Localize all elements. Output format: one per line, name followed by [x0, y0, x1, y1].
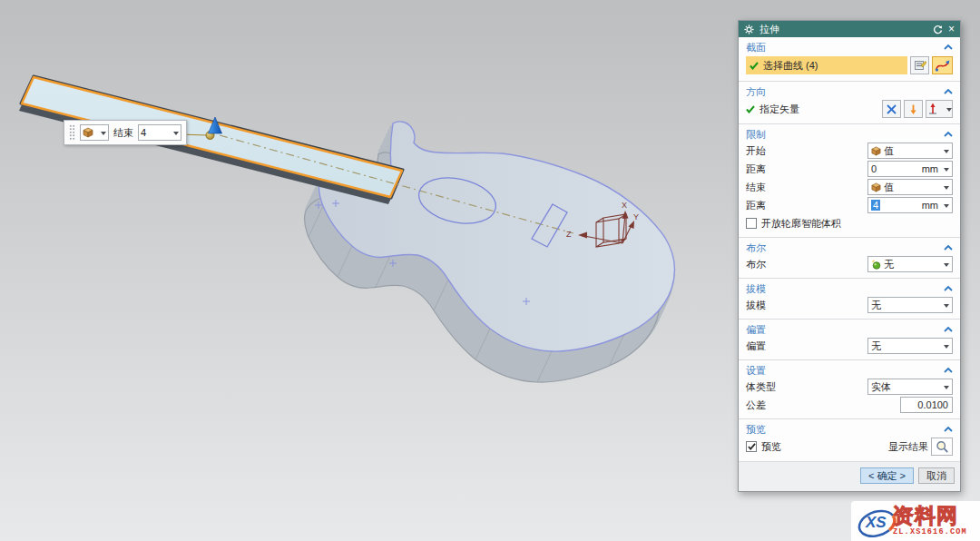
- extrude-dialog: 拉伸 × 截面 选择曲线 (4): [738, 20, 961, 492]
- body-type-label: 体类型: [746, 380, 867, 394]
- boolean-value: 无: [884, 258, 941, 271]
- check-icon: [748, 443, 756, 450]
- end-distance-value: 4: [141, 127, 146, 138]
- extrude-mini-toolbar[interactable]: 结束 4: [64, 120, 187, 145]
- end-mode-dropdown[interactable]: 值: [867, 179, 953, 195]
- section-header[interactable]: 截面: [746, 40, 953, 54]
- settings-header[interactable]: 设置: [746, 363, 953, 378]
- chevron-up-icon[interactable]: [944, 327, 953, 332]
- chevron-up-icon[interactable]: [944, 368, 953, 373]
- boolean-none-icon: [871, 260, 881, 270]
- boolean-header[interactable]: 布尔: [746, 241, 953, 255]
- curve-arrow-icon: [935, 59, 950, 73]
- draft-header-label: 拔模: [746, 282, 766, 296]
- open-profile-checkbox[interactable]: [746, 218, 757, 229]
- draft-label: 拔模: [746, 299, 867, 312]
- chevron-down-icon: [946, 108, 952, 114]
- specify-origin-curve-button[interactable]: [910, 56, 929, 74]
- preview-header[interactable]: 预览: [746, 422, 953, 437]
- vector-method-dropdown[interactable]: [926, 100, 953, 118]
- dialog-title: 拉伸: [760, 23, 779, 36]
- cancel-button[interactable]: 取消: [918, 467, 955, 484]
- select-curve-field[interactable]: 选择曲线 (4): [746, 56, 907, 74]
- toolbar-end-label: 结束: [113, 126, 133, 140]
- xs-logo-text: XS: [865, 514, 887, 531]
- body-type-dropdown[interactable]: 实体: [867, 379, 953, 395]
- chevron-down-icon: [173, 132, 179, 138]
- direction-header-label: 方向: [746, 85, 766, 99]
- end-label: 结束: [746, 181, 867, 194]
- ok-button[interactable]: < 确定 >: [860, 467, 914, 484]
- reverse-direction-button[interactable]: [904, 100, 923, 118]
- tolerance-label: 公差: [746, 398, 900, 412]
- cube-icon: [83, 127, 93, 138]
- offset-header[interactable]: 偏置: [746, 322, 953, 337]
- limit-mode-dropdown[interactable]: [80, 124, 109, 141]
- tolerance-input[interactable]: 0.0100: [900, 397, 953, 413]
- boolean-header-label: 布尔: [746, 241, 766, 255]
- preview-checkbox-label: 预览: [761, 440, 888, 454]
- boolean-label: 布尔: [746, 258, 867, 271]
- start-distance-label: 距离: [746, 162, 867, 176]
- dialog-footer: < 确定 > 取消: [739, 462, 960, 491]
- end-distance-unit: mm: [922, 200, 939, 211]
- group-boolean: 布尔 布尔 无: [739, 238, 960, 279]
- boolean-dropdown[interactable]: 无: [867, 256, 953, 272]
- watermark-site-name: 资料网: [893, 506, 958, 526]
- start-distance-input[interactable]: 0 mm: [867, 161, 953, 177]
- start-mode-dropdown[interactable]: 值: [867, 143, 953, 159]
- vector-dialog-button[interactable]: [882, 100, 901, 118]
- start-distance-value: 0: [871, 163, 919, 174]
- reset-icon[interactable]: [933, 25, 943, 34]
- chevron-up-icon[interactable]: [944, 245, 953, 251]
- chevron-up-icon[interactable]: [944, 286, 953, 291]
- y-axis-label: Y: [633, 212, 639, 221]
- group-section: 截面 选择曲线 (4): [739, 37, 960, 82]
- preview-header-label: 预览: [746, 423, 766, 437]
- draft-header[interactable]: 拔模: [746, 281, 953, 296]
- chevron-up-icon[interactable]: [944, 44, 953, 50]
- group-settings: 设置 体类型 实体 公差 0.0100: [739, 360, 960, 419]
- preview-checkbox[interactable]: [746, 441, 757, 452]
- open-profile-label: 开放轮廓智能体积: [761, 217, 953, 231]
- chevron-up-icon[interactable]: [944, 132, 953, 137]
- check-icon: [746, 105, 755, 113]
- curve-list-icon: [914, 59, 926, 72]
- draft-dropdown[interactable]: 无: [867, 297, 953, 313]
- chevron-up-icon[interactable]: [944, 427, 953, 432]
- end-distance-combobox[interactable]: 4: [138, 124, 181, 141]
- show-result-button[interactable]: [931, 438, 953, 456]
- show-result-label: 显示结果: [888, 440, 928, 454]
- cube-icon: [871, 146, 881, 156]
- start-mode-value: 值: [884, 144, 941, 158]
- chevron-down-icon: [944, 204, 949, 211]
- end-mode-value: 值: [884, 181, 941, 194]
- chevron-down-icon: [944, 150, 949, 156]
- start-label: 开始: [746, 144, 867, 158]
- chevron-down-icon: [944, 345, 949, 351]
- limits-header[interactable]: 限制: [746, 127, 953, 142]
- tolerance-value: 0.0100: [917, 399, 948, 410]
- curve-rule-button[interactable]: [932, 56, 953, 74]
- offset-label: 偏置: [746, 339, 867, 353]
- close-icon[interactable]: ×: [948, 24, 955, 34]
- group-direction: 方向 指定矢量: [739, 82, 960, 124]
- chevron-down-icon: [944, 263, 949, 270]
- offset-value: 无: [871, 339, 941, 353]
- application-window: Z X Y 结束 4: [0, 0, 980, 541]
- z-axis-label: Z: [566, 230, 572, 239]
- xs-logo-icon: XS: [853, 503, 898, 539]
- dialog-title-bar[interactable]: 拉伸 ×: [739, 21, 960, 37]
- toolbar-grip-handle[interactable]: [69, 124, 75, 141]
- offset-header-label: 偏置: [746, 323, 766, 337]
- group-limits: 限制 开始 值 距离: [739, 124, 960, 238]
- end-distance-input[interactable]: 4 mm: [867, 197, 953, 213]
- direction-header[interactable]: 方向: [746, 84, 953, 99]
- select-curve-label: 选择曲线 (4): [763, 59, 818, 73]
- chevron-up-icon[interactable]: [944, 89, 953, 94]
- offset-dropdown[interactable]: 无: [867, 338, 953, 354]
- specify-vector-label: 指定矢量: [760, 103, 879, 116]
- cube-icon: [871, 182, 881, 192]
- watermark: XS 资料网 ZL.XS1616.COM: [851, 501, 980, 541]
- orange-arrow-icon: [907, 103, 919, 115]
